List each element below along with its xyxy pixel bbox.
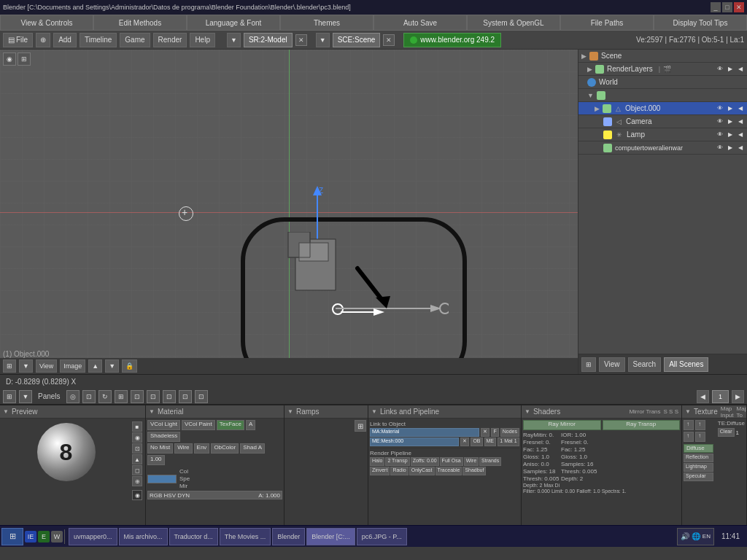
clear-btn[interactable]: Clear bbox=[718, 428, 735, 437]
wire-btn[interactable]: Wire bbox=[174, 443, 192, 454]
tab-display-tooltips[interactable]: Display Tool Tips bbox=[654, 15, 747, 31]
menu-help[interactable]: Help bbox=[190, 33, 215, 47]
outliner-item-scene[interactable]: ▶ Scene bbox=[578, 50, 747, 63]
shadbuf-btn[interactable]: Shadbuf bbox=[462, 467, 486, 475]
taskbar-mis-archivo[interactable]: Mis archivo... bbox=[119, 528, 168, 545]
taskbar-quicklaunch-3[interactable]: W bbox=[51, 531, 63, 542]
prev-btn-1[interactable]: ■ bbox=[132, 421, 142, 432]
menu-timeline[interactable]: Timeline bbox=[80, 33, 117, 47]
taskbar-movies[interactable]: The Movies ... bbox=[220, 528, 271, 545]
menu-game[interactable]: Game bbox=[120, 33, 150, 47]
outliner-view-btn[interactable]: View bbox=[599, 357, 625, 372]
halo-btn[interactable]: Halo bbox=[370, 457, 384, 466]
shaders-triangle[interactable]: ▼ bbox=[525, 408, 530, 415]
panel-nav-next[interactable]: ▶ bbox=[732, 390, 744, 403]
outliner-item-camera[interactable]: ◁ Camera 👁 ▶ ◀ bbox=[578, 115, 747, 128]
outliner-item-computertower[interactable]: computertoweralienwar 👁 ▶ ◀ bbox=[578, 141, 747, 155]
traceable-btn[interactable]: Traceable bbox=[436, 467, 462, 475]
me-x-btn[interactable]: ✕ bbox=[460, 438, 469, 446]
2transp-btn[interactable]: 2 Transp bbox=[385, 457, 409, 466]
outliner-scenes-dropdown[interactable]: All Scenes bbox=[664, 357, 708, 372]
taskbar-uvmapper[interactable]: uvmapper0... bbox=[69, 528, 117, 545]
panels-icon1[interactable]: ◎ bbox=[66, 390, 80, 403]
panels-icon3[interactable]: ↻ bbox=[98, 390, 112, 403]
viewport-icon-btn[interactable]: ◉ bbox=[3, 52, 16, 66]
tab-file-paths[interactable]: File Paths bbox=[560, 15, 654, 31]
sce-scene-dropdown[interactable]: SCE:Scene bbox=[333, 33, 381, 47]
tab-system-opengl[interactable]: System & OpenGL bbox=[467, 15, 560, 31]
prev-btn-3[interactable]: ⊡ bbox=[132, 443, 142, 454]
eye-btn-renderlayers[interactable]: 👁 bbox=[716, 66, 724, 73]
taskbar-quicklaunch-1[interactable]: IE bbox=[25, 531, 36, 542]
tex-icon-3[interactable]: ↑ bbox=[684, 432, 694, 442]
env-btn[interactable]: Env bbox=[194, 443, 210, 454]
shad-btn[interactable]: Shad A bbox=[240, 443, 265, 454]
sr-model-dropdown[interactable]: SR:2-Model bbox=[244, 33, 293, 47]
layer-btn[interactable]: ▼ bbox=[227, 33, 241, 47]
wire-render-btn[interactable]: Wire bbox=[464, 457, 479, 466]
panels-icon5[interactable]: ⊡ bbox=[131, 390, 144, 403]
tri-btn-lamp[interactable]: ▶ bbox=[727, 131, 734, 139]
close-button[interactable]: ✕ bbox=[734, 2, 744, 12]
blender-url[interactable]: www.blender.org 249.2 bbox=[403, 33, 501, 47]
tex-face-btn[interactable]: TexFace bbox=[217, 420, 244, 430]
menu-render[interactable]: Render bbox=[153, 33, 187, 47]
sce-close-btn[interactable]: ✕ bbox=[383, 34, 395, 46]
ray-transp-btn[interactable]: Ray Transp bbox=[603, 420, 681, 430]
ob-btn[interactable]: OB bbox=[471, 438, 482, 446]
tab-auto-save[interactable]: Auto Save bbox=[374, 15, 467, 31]
ma-f-btn[interactable]: F bbox=[491, 428, 498, 437]
tri-btn2-camera[interactable]: ◀ bbox=[737, 118, 744, 125]
prev-btn-4[interactable]: ▲ bbox=[132, 454, 142, 464]
links-triangle[interactable]: ▼ bbox=[371, 408, 377, 415]
panels-icon7[interactable]: ⊡ bbox=[163, 390, 176, 403]
outliner-scroll[interactable]: ▶ Scene ▶ RenderLayers | 🎬 👁 ▶ ◀ World bbox=[578, 50, 747, 181]
vp-btn-dropdown[interactable]: ▼ bbox=[19, 359, 33, 373]
minimize-button[interactable]: _ bbox=[711, 2, 721, 12]
me-btn[interactable]: ME bbox=[484, 438, 497, 446]
vp-btn-icon[interactable]: ⊞ bbox=[3, 359, 16, 373]
tri-btn2-computertower[interactable]: ◀ bbox=[737, 144, 744, 152]
vp-btn-lock[interactable]: 🔒 bbox=[122, 359, 137, 373]
taskbar-blender-active[interactable]: Blender [C:... bbox=[306, 528, 355, 545]
start-button[interactable]: ⊞ bbox=[1, 528, 23, 545]
zoffs-btn[interactable]: Zoffs: 0.00 bbox=[411, 457, 439, 466]
taskbar-traductor[interactable]: Traductor d... bbox=[169, 528, 218, 545]
sce-icon[interactable]: ▼ bbox=[316, 33, 330, 47]
texture-triangle[interactable]: ▼ bbox=[685, 408, 691, 415]
tab-language-font[interactable]: Language & Font bbox=[187, 15, 280, 31]
outliner-item-lamp[interactable]: ✳ Lamp 👁 ▶ ◀ bbox=[578, 128, 747, 141]
taskbar-blender[interactable]: Blender bbox=[272, 528, 305, 545]
tri-btn-camera[interactable]: ▶ bbox=[727, 118, 734, 125]
me-dropdown[interactable]: ME:Mesh:000 bbox=[370, 438, 459, 446]
eye-btn-object000[interactable]: 👁 bbox=[716, 105, 724, 112]
a-btn[interactable]: A bbox=[246, 420, 255, 430]
prev-btn-7[interactable]: ◉ bbox=[132, 490, 142, 500]
tex-icon-2[interactable]: ↑ bbox=[695, 420, 705, 430]
tri-btn2-lamp[interactable]: ◀ bbox=[737, 131, 744, 139]
prev-btn-2[interactable]: ◉ bbox=[132, 432, 142, 443]
vp-btn-view[interactable]: View bbox=[36, 359, 57, 373]
toolbar-icon-btn[interactable]: ⊕ bbox=[36, 33, 50, 47]
outliner-item-object000[interactable]: ▶ △ Object.000 👁 ▶ ◀ bbox=[578, 102, 747, 115]
outliner-search-btn[interactable]: Search bbox=[628, 357, 662, 372]
viewport[interactable]: Z ◉ ⊞ bbox=[0, 50, 578, 374]
panels-icon2[interactable]: ⊡ bbox=[82, 390, 96, 403]
viewport-icon-mode[interactable]: ⊞ bbox=[18, 52, 31, 66]
tab-themes[interactable]: Themes bbox=[280, 15, 374, 31]
tex-icon-4[interactable]: ↑ bbox=[695, 432, 705, 442]
ramps-expand-btn[interactable]: ⊞ bbox=[355, 420, 366, 432]
tab-edit-methods[interactable]: Edit Methods bbox=[93, 15, 187, 31]
prev-btn-6[interactable]: ⊕ bbox=[132, 476, 142, 486]
nodes-btn[interactable]: Nodes bbox=[500, 428, 519, 437]
eye-btn-computertower[interactable]: 👁 bbox=[716, 144, 724, 152]
outliner-item-renderlayers[interactable]: ▶ RenderLayers | 🎬 👁 ▶ ◀ bbox=[578, 63, 747, 76]
tri-btn2-renderlayers[interactable]: ◀ bbox=[737, 66, 744, 73]
panels-icon4[interactable]: ⊞ bbox=[115, 390, 128, 403]
ramps-triangle[interactable]: ▼ bbox=[287, 408, 293, 415]
outliner-item-group[interactable]: ▼ bbox=[578, 89, 747, 102]
strands-btn[interactable]: Strands bbox=[479, 457, 501, 466]
sr-close-btn[interactable]: ✕ bbox=[295, 34, 307, 46]
vp-btn-image[interactable]: Image bbox=[60, 359, 85, 373]
ma-x-btn[interactable]: ✕ bbox=[481, 428, 489, 437]
